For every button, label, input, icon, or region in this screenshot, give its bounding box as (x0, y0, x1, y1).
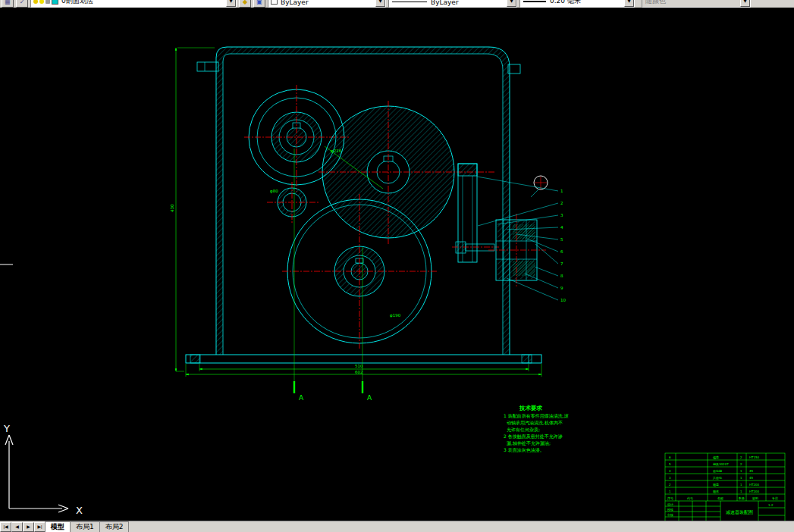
layer-lock-icon (46, 0, 50, 4)
svg-text:6: 6 (669, 455, 671, 459)
svg-text:510: 510 (355, 364, 363, 368)
svg-text:2: 2 (669, 483, 671, 487)
ucs-icon: Y X (3, 423, 83, 516)
chevron-down-icon: ▼ (740, 0, 750, 7)
drawing-scale: 1:2 (768, 503, 774, 507)
svg-text:大齿轮: 大齿轮 (713, 476, 722, 480)
lineweight-sample-icon (523, 1, 546, 2)
svg-text:1: 1 (740, 476, 742, 480)
svg-text:2: 2 (740, 462, 742, 466)
foundation-bolt-right (522, 355, 532, 363)
plotstyle-combobox[interactable]: 随颜色 ▼ (642, 0, 751, 8)
svg-text:4: 4 (669, 469, 671, 473)
dimension-base-inner: 510 (199, 364, 529, 371)
chevron-down-icon[interactable]: ▼ (375, 0, 385, 7)
technical-notes: 技术要求 1 装配前所有零件用煤油清洗,滚 动轴承用汽油清洗,机体内不 允许有任… (504, 405, 569, 453)
lineweight-combobox[interactable]: 0.20 毫米 ▼ (519, 0, 635, 8)
svg-text:允许有任何杂质;: 允许有任何杂质; (507, 427, 540, 433)
linetype-sample-icon (392, 2, 427, 2)
top-toolbar: ▦ ✓ 0剖面划法 ▼ ◆ ▣ ByLayer ▼ ByLayer ▼ 0.20… (0, 0, 794, 8)
dimension-left-height: 430 (170, 48, 215, 371)
layer-thaw-icon (39, 0, 44, 4)
chevron-down-icon[interactable]: ▼ (624, 0, 634, 7)
svg-text:9: 9 (560, 286, 563, 290)
svg-text:HT150: HT150 (749, 455, 760, 459)
svg-text:602: 602 (355, 370, 363, 374)
toolbar-grid-button[interactable]: ▦ (2, 0, 14, 8)
drawing-canvas[interactable]: φ216 φ80 φ190 (0, 8, 794, 521)
chevron-down-icon[interactable]: ▼ (507, 0, 516, 7)
svg-text:430: 430 (170, 204, 174, 212)
tab-layout1[interactable]: 布局1 (70, 521, 100, 532)
svg-text:45: 45 (749, 476, 754, 480)
tab-nav-prev-button[interactable]: ◀ (11, 522, 23, 532)
svg-text:数量: 数量 (739, 496, 745, 500)
svg-text:5: 5 (669, 462, 671, 466)
svg-text:材料: 材料 (752, 496, 758, 501)
drawing-title: 减速器装配图 (726, 509, 753, 515)
check-icon: ✓ (20, 0, 25, 5)
layer-on-icon (33, 0, 38, 4)
tech-notes-title: 技术要求 (519, 405, 543, 412)
current-layer-name: 0剖面划法 (60, 0, 95, 7)
svg-text:8: 8 (560, 274, 563, 278)
svg-text:代号: 代号 (686, 496, 693, 500)
svg-text:设计: 设计 (667, 502, 673, 506)
section-mark-a2: A (367, 394, 372, 402)
svg-text:箱体: 箱体 (713, 490, 719, 493)
svg-text:轴承30207: 轴承30207 (713, 462, 729, 466)
layer-color-icon (52, 0, 58, 5)
svg-text:校核: 校核 (667, 508, 673, 512)
linetype-combobox[interactable]: ByLayer ▼ (388, 0, 517, 8)
layer-combobox[interactable]: 0剖面划法 ▼ (30, 0, 237, 8)
svg-text:4: 4 (560, 225, 563, 230)
svg-text:6: 6 (560, 249, 563, 254)
svg-text:1: 1 (740, 469, 742, 473)
svg-text:1: 1 (740, 490, 742, 493)
svg-text:2: 2 (740, 455, 742, 459)
base-plate (186, 355, 541, 363)
color-swatch-icon (271, 0, 278, 5)
cover-pin-left (197, 62, 218, 71)
svg-text:2 各接触面及密封处不允许渗: 2 各接触面及密封处不允许渗 (504, 433, 563, 440)
foundation-bolt-left (190, 355, 200, 363)
svg-text:10: 10 (560, 298, 566, 302)
tab-nav-last-button[interactable]: ▶| (34, 522, 46, 532)
svg-text:1 装配前所有零件用煤油清洗,滚: 1 装配前所有零件用煤油清洗,滚 (504, 413, 569, 419)
tab-model[interactable]: 模型 (45, 521, 71, 532)
layer-manager-button[interactable]: ◆ (239, 0, 251, 8)
bearing-assembly (452, 164, 548, 286)
tab-layout2[interactable]: 布局2 (99, 521, 130, 532)
svg-text:1: 1 (669, 490, 671, 493)
properties-icon: ▣ (256, 0, 262, 5)
color-value: ByLayer (279, 0, 310, 7)
svg-text:1: 1 (740, 483, 742, 487)
color-combobox[interactable]: ByLayer ▼ (268, 0, 386, 8)
dimension-base-outer: 602 (186, 364, 541, 377)
svg-text:7: 7 (560, 261, 563, 266)
svg-text:3 表面涂灰色油漆。: 3 表面涂灰色油漆。 (504, 447, 545, 453)
toolbar-check-button[interactable]: ✓ (16, 0, 28, 8)
grid-icon: ▦ (5, 0, 11, 5)
section-mark-a1: A (299, 394, 304, 402)
layout-tabbar: |◀ ◀ ▶ ▶| 模型 布局1 布局2 (0, 521, 794, 532)
tab-nav-next-button[interactable]: ▶ (23, 522, 34, 532)
svg-text:箱盖: 箱盖 (713, 483, 719, 487)
properties-button[interactable]: ▣ (253, 0, 265, 8)
svg-text:45: 45 (749, 469, 754, 473)
svg-text:序号: 序号 (667, 496, 673, 500)
bolt-head (456, 242, 466, 253)
svg-text:动轴承用汽油清洗,机体内不: 动轴承用汽油清洗,机体内不 (507, 420, 563, 426)
layers-icon: ◆ (243, 0, 247, 5)
chevron-down-icon[interactable]: ▼ (226, 0, 236, 7)
svg-text:端盖: 端盖 (713, 455, 719, 459)
svg-text:2: 2 (560, 201, 563, 205)
dim-shaft: φ80 (270, 189, 278, 194)
svg-text:HT200: HT200 (749, 490, 760, 493)
tab-nav-first-button[interactable]: |◀ (0, 522, 11, 532)
linetype-value: ByLayer (429, 0, 460, 7)
plotstyle-value: 随颜色 (644, 0, 667, 7)
svg-text:漏,轴伸处不允许漏油;: 漏,轴伸处不允许漏油; (507, 440, 551, 446)
svg-text:审核: 审核 (667, 513, 673, 517)
dim-gear-d: φ190 (390, 313, 401, 318)
